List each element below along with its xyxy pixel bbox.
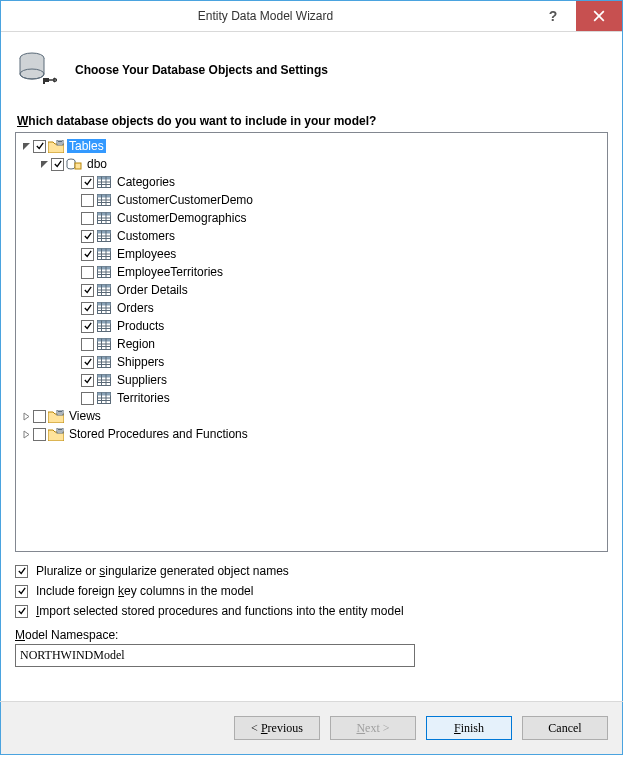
node-icon bbox=[96, 283, 112, 297]
svg-rect-74 bbox=[98, 375, 111, 378]
tree-checkbox[interactable] bbox=[81, 284, 94, 297]
tree-checkbox[interactable] bbox=[51, 158, 64, 171]
tree-checkbox[interactable] bbox=[33, 428, 46, 441]
svg-rect-56 bbox=[98, 321, 111, 324]
namespace-label: Model Namespace: bbox=[15, 628, 608, 642]
tree-checkbox[interactable] bbox=[81, 338, 94, 351]
tree-checkbox[interactable] bbox=[81, 320, 94, 333]
tree-checkbox[interactable] bbox=[81, 194, 94, 207]
node-label[interactable]: Order Details bbox=[115, 283, 190, 297]
node-label[interactable]: Tables bbox=[67, 139, 106, 153]
tree-checkbox[interactable] bbox=[81, 230, 94, 243]
tree-node-dbo[interactable]: dbo bbox=[20, 155, 603, 173]
node-icon bbox=[96, 229, 112, 243]
node-icon bbox=[96, 265, 112, 279]
previous-button[interactable]: < Previous bbox=[234, 716, 320, 740]
tree-node-table[interactable]: CustomerCustomerDemo bbox=[20, 191, 603, 209]
cancel-button[interactable]: Cancel bbox=[522, 716, 608, 740]
node-label[interactable]: Orders bbox=[115, 301, 156, 315]
options-group: Pluralize or singularize generated objec… bbox=[15, 564, 608, 667]
tree-node-table[interactable]: Customers bbox=[20, 227, 603, 245]
finish-button[interactable]: Finish bbox=[426, 716, 512, 740]
svg-rect-50 bbox=[98, 303, 111, 306]
tree-node-table[interactable]: Suppliers bbox=[20, 371, 603, 389]
tree-node-table[interactable]: Categories bbox=[20, 173, 603, 191]
expand-toggle[interactable] bbox=[20, 430, 32, 439]
objects-tree[interactable]: TablesdboCategoriesCustomerCustomerDemoC… bbox=[15, 132, 608, 552]
node-label[interactable]: Suppliers bbox=[115, 373, 169, 387]
node-icon bbox=[96, 247, 112, 261]
expand-toggle[interactable] bbox=[20, 412, 32, 421]
tree-node-table[interactable]: EmployeeTerritories bbox=[20, 263, 603, 281]
tree-node-table[interactable]: Order Details bbox=[20, 281, 603, 299]
tree-node-table[interactable]: Territories bbox=[20, 389, 603, 407]
import-sprocs-option[interactable]: Import selected stored procedures and fu… bbox=[15, 604, 608, 618]
tree-node-table[interactable]: CustomerDemographics bbox=[20, 209, 603, 227]
tree-node-table[interactable]: Region bbox=[20, 335, 603, 353]
wizard-body: Choose Your Database Objects and Setting… bbox=[1, 32, 622, 681]
close-button[interactable] bbox=[576, 1, 622, 31]
tree-node-table[interactable]: Shippers bbox=[20, 353, 603, 371]
node-icon bbox=[96, 337, 112, 351]
node-label[interactable]: Region bbox=[115, 337, 157, 351]
node-icon bbox=[96, 391, 112, 405]
node-label[interactable]: EmployeeTerritories bbox=[115, 265, 225, 279]
node-label[interactable]: Employees bbox=[115, 247, 178, 261]
tree-node-table[interactable]: Products bbox=[20, 317, 603, 335]
node-icon bbox=[96, 301, 112, 315]
wizard-subtitle: Choose Your Database Objects and Setting… bbox=[75, 63, 328, 77]
pluralize-checkbox[interactable] bbox=[15, 565, 28, 578]
tree-checkbox[interactable] bbox=[81, 374, 94, 387]
svg-rect-68 bbox=[98, 357, 111, 360]
expand-toggle[interactable] bbox=[38, 160, 50, 169]
node-label[interactable]: Customers bbox=[115, 229, 177, 243]
help-button[interactable]: ? bbox=[530, 1, 576, 31]
node-label[interactable]: Products bbox=[115, 319, 166, 333]
tree-node-table[interactable]: Orders bbox=[20, 299, 603, 317]
node-icon bbox=[48, 427, 64, 441]
wizard-window: Entity Data Model Wizard ? Choose Your D… bbox=[0, 0, 623, 755]
tree-checkbox[interactable] bbox=[81, 302, 94, 315]
node-icon bbox=[96, 193, 112, 207]
next-button: Next > bbox=[330, 716, 416, 740]
tree-node-table[interactable]: Employees bbox=[20, 245, 603, 263]
node-label[interactable]: CustomerCustomerDemo bbox=[115, 193, 255, 207]
tree-checkbox[interactable] bbox=[33, 140, 46, 153]
node-label[interactable]: Shippers bbox=[115, 355, 166, 369]
node-label[interactable]: Categories bbox=[115, 175, 177, 189]
tree-checkbox[interactable] bbox=[81, 356, 94, 369]
svg-rect-14 bbox=[98, 195, 111, 198]
node-label[interactable]: Views bbox=[67, 409, 103, 423]
tree-checkbox[interactable] bbox=[81, 212, 94, 225]
node-label[interactable]: Territories bbox=[115, 391, 172, 405]
node-icon bbox=[96, 373, 112, 387]
svg-rect-44 bbox=[98, 285, 111, 288]
tree-checkbox[interactable] bbox=[81, 266, 94, 279]
tree-checkbox[interactable] bbox=[81, 248, 94, 261]
close-icon bbox=[593, 10, 605, 22]
node-label[interactable]: dbo bbox=[85, 157, 109, 171]
node-icon bbox=[48, 139, 64, 153]
wizard-header: Choose Your Database Objects and Setting… bbox=[15, 44, 608, 114]
title-bar: Entity Data Model Wizard ? bbox=[1, 1, 622, 32]
tree-node-tables[interactable]: Tables bbox=[20, 137, 603, 155]
node-icon bbox=[48, 409, 64, 423]
node-icon bbox=[96, 319, 112, 333]
node-label[interactable]: Stored Procedures and Functions bbox=[67, 427, 250, 441]
tree-checkbox[interactable] bbox=[81, 176, 94, 189]
pluralize-option[interactable]: Pluralize or singularize generated objec… bbox=[15, 564, 608, 578]
node-icon bbox=[96, 211, 112, 225]
tree-node-sprocs[interactable]: Stored Procedures and Functions bbox=[20, 425, 603, 443]
foreign-key-option[interactable]: Include foreign key columns in the model bbox=[15, 584, 608, 598]
tree-checkbox[interactable] bbox=[33, 410, 46, 423]
import-sprocs-checkbox[interactable] bbox=[15, 605, 28, 618]
svg-rect-26 bbox=[98, 231, 111, 234]
svg-rect-6 bbox=[75, 163, 81, 169]
expand-toggle[interactable] bbox=[20, 142, 32, 151]
tree-checkbox[interactable] bbox=[81, 392, 94, 405]
tree-node-views[interactable]: Views bbox=[20, 407, 603, 425]
button-bar: < Previous Next > Finish Cancel bbox=[1, 702, 622, 754]
namespace-input[interactable] bbox=[15, 644, 415, 667]
node-label[interactable]: CustomerDemographics bbox=[115, 211, 248, 225]
foreign-key-checkbox[interactable] bbox=[15, 585, 28, 598]
